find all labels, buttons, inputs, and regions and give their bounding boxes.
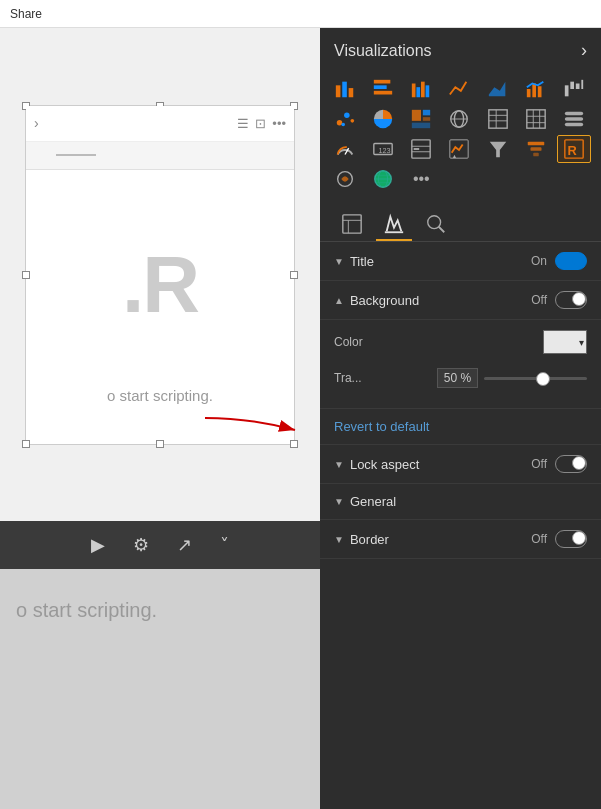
scripting-hint: o start scripting. [16,599,157,622]
revert-row[interactable]: Revert to default [320,409,601,445]
bottom-toolbar: ▶ ⚙ ↗ ˅ [0,521,320,569]
lock-aspect-toggle[interactable] [555,455,587,473]
viz-expand-icon[interactable]: › [581,40,587,61]
viz-icon-stacked-bar[interactable] [328,75,362,103]
viz-icon-table[interactable] [481,105,515,133]
section-background-row[interactable]: ▲ Background Off [320,281,601,320]
background-status: Off [531,293,547,307]
viz-icon-area[interactable] [481,75,515,103]
properties-area: ▼ Title On ▲ Background Off Co [320,242,601,809]
viz-icon-filter[interactable] [481,135,515,163]
border-toggle[interactable] [555,530,587,548]
viz-icon-map[interactable] [442,105,476,133]
handle-rm[interactable] [290,271,298,279]
viz-icon-line[interactable] [442,75,476,103]
border-toggle-thumb [572,531,586,545]
section-border-row[interactable]: ▼ Border Off [320,520,601,559]
viz-icon-multirow-card[interactable] [404,135,438,163]
transparency-row: Tra... 50 % [334,364,587,392]
settings-button[interactable]: ⚙ [133,534,149,556]
transparency-value: 50 % [437,368,478,388]
svg-rect-53 [533,153,539,157]
section-general-row[interactable]: ▼ General [320,484,601,520]
viz-icon-gauge[interactable] [328,135,362,163]
scripting-text: o start scripting. [26,387,294,404]
svg-point-20 [351,119,355,123]
svg-rect-39 [565,117,583,121]
transparency-slider[interactable] [484,377,587,380]
viz-header: Visualizations › [320,28,601,71]
viz-icon-kpi[interactable]: ▲ [442,135,476,163]
svg-rect-14 [565,85,569,96]
visual-header: › ☰ ⊡ ••• [26,106,294,142]
viz-icon-slicer[interactable] [557,105,591,133]
expand-icon[interactable]: ⊡ [255,116,266,131]
revert-label[interactable]: Revert to default [334,419,429,434]
play-button[interactable]: ▶ [91,534,105,556]
viz-panel-title: Visualizations [334,42,432,60]
viz-icon-bar[interactable] [366,75,400,103]
svg-rect-40 [565,123,583,127]
viz-icon-grouped-bar[interactable] [404,75,438,103]
section-title-row[interactable]: ▼ Title On [320,242,601,281]
svg-rect-29 [488,110,506,128]
general-label: General [350,494,587,509]
tab-fields[interactable] [334,207,370,241]
color-swatch[interactable] [543,330,587,354]
viz-icon-custom1[interactable] [328,165,362,193]
lock-aspect-label: Lock aspect [350,457,531,472]
handle-br[interactable] [290,440,298,448]
background-toggle-thumb [572,292,586,306]
hamburger-icon[interactable]: ☰ [237,116,249,131]
canvas-area: › ☰ ⊡ ••• .R o start scripting. [0,28,320,521]
visual-header-icons: ☰ ⊡ ••• [237,116,286,131]
viz-icon-combo[interactable] [519,75,553,103]
title-status: On [531,254,547,268]
svg-rect-9 [421,82,425,98]
border-chevron-icon: ▼ [334,534,344,545]
svg-marker-50 [489,142,506,158]
tab-analytics[interactable] [418,207,454,241]
svg-rect-6 [374,80,391,84]
viz-icon-funnel[interactable] [519,135,553,163]
lock-aspect-status: Off [531,457,547,471]
background-chevron-icon: ▲ [334,295,344,306]
color-label: Color [334,335,543,349]
top-bar: Share [0,0,601,28]
background-toggle[interactable] [555,291,587,309]
tab-format[interactable] [376,207,412,241]
viz-icon-grid: 123 ▲ [320,71,601,201]
lock-aspect-toggle-thumb [572,456,586,470]
svg-rect-17 [581,80,583,89]
viz-icon-more[interactable]: ••• [404,165,438,193]
svg-rect-7 [412,84,416,98]
svg-rect-52 [530,147,541,151]
svg-text:123: 123 [379,146,391,155]
right-panel: Visualizations › [320,28,601,809]
svg-rect-62 [343,215,361,233]
handle-bm[interactable] [156,440,164,448]
viz-icon-treemap[interactable] [404,105,438,133]
svg-rect-1 [336,85,341,97]
viz-icon-pie[interactable] [366,105,400,133]
viz-icon-matrix[interactable] [519,105,553,133]
title-toggle[interactable] [555,252,587,270]
viz-icon-globe[interactable] [366,165,400,193]
general-chevron-icon: ▼ [334,496,344,507]
viz-icon-card[interactable]: 123 [366,135,400,163]
main-layout: › ☰ ⊡ ••• .R o start scripting. [0,28,601,809]
expand-button[interactable]: ↗ [177,534,192,556]
visual-container[interactable]: › ☰ ⊡ ••• .R o start scripting. [25,105,295,445]
handle-bl[interactable] [22,440,30,448]
top-bar-title: Share [10,7,42,21]
more-icon: ••• [413,170,430,188]
section-lock-aspect-row[interactable]: ▼ Lock aspect Off [320,445,601,484]
chevron-down-button[interactable]: ˅ [220,534,229,556]
color-row: Color [334,328,587,356]
viz-icon-scatter[interactable] [328,105,362,133]
handle-lm[interactable] [22,271,30,279]
viz-icon-waterfall[interactable] [557,75,591,103]
viz-icon-r-visual[interactable]: R [557,135,591,163]
transparency-label: Tra... [334,371,437,385]
ellipsis-icon[interactable]: ••• [272,116,286,131]
